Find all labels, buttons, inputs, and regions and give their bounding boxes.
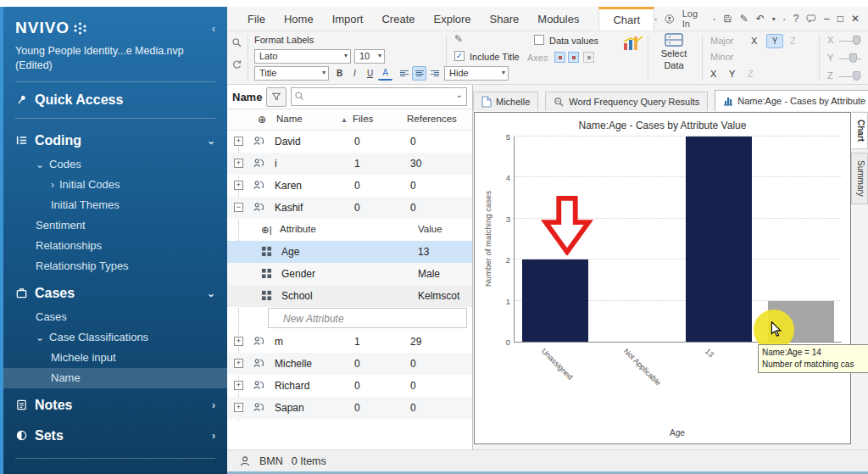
hide-select[interactable]: Hide▾ bbox=[444, 66, 509, 81]
rotate-z-slider-handle[interactable] bbox=[853, 71, 860, 81]
axes-toggle-z[interactable] bbox=[583, 52, 594, 63]
sidebar-item-notes[interactable]: Notes› bbox=[3, 392, 227, 419]
font-size-select[interactable]: 10▾ bbox=[354, 49, 385, 64]
align-right-button[interactable] bbox=[427, 66, 442, 81]
sidebar-item-cases[interactable]: Cases⌄ bbox=[3, 280, 227, 307]
menu-file[interactable]: File bbox=[227, 7, 275, 31]
expander-icon[interactable]: + bbox=[234, 181, 243, 190]
sidebar-item-cases[interactable]: Cases bbox=[3, 307, 227, 327]
label-target-select[interactable]: Title▾ bbox=[254, 66, 329, 81]
case-row-sapan[interactable]: +Sapan00 bbox=[227, 397, 472, 419]
sidebar-item-codes[interactable]: ⌄Codes bbox=[3, 154, 227, 175]
chevron-down-icon[interactable]: ▾ bbox=[772, 15, 776, 23]
expander-icon[interactable]: + bbox=[234, 403, 243, 412]
expander-icon[interactable]: + bbox=[234, 137, 243, 146]
case-row-richard[interactable]: +Richard00 bbox=[227, 375, 472, 397]
tab-summary[interactable]: Summary bbox=[851, 153, 868, 204]
close-button[interactable]: ✕ bbox=[851, 13, 860, 25]
account-icon[interactable] bbox=[665, 14, 675, 25]
minor-y-button[interactable]: Y bbox=[729, 69, 735, 79]
sidebar-item-relationship-types[interactable]: Relationship Types bbox=[3, 256, 227, 276]
sidebar-item-michele-input[interactable]: Michele input bbox=[3, 348, 227, 368]
axes-toggle-y[interactable] bbox=[568, 52, 579, 63]
tab-chart[interactable]: Chart bbox=[851, 112, 868, 149]
menu-modules[interactable]: Modules bbox=[528, 7, 588, 31]
menu-import[interactable]: Import bbox=[323, 7, 373, 31]
case-row-karen[interactable]: +Karen00 bbox=[227, 175, 472, 197]
search-icon[interactable] bbox=[231, 37, 242, 48]
expander-icon[interactable]: + bbox=[234, 337, 243, 346]
case-row-david[interactable]: +David00 bbox=[227, 131, 472, 153]
sidebar-item-coding[interactable]: Coding⌄ bbox=[3, 127, 227, 154]
align-center-button[interactable] bbox=[412, 66, 426, 81]
underline-button[interactable]: U bbox=[363, 66, 377, 81]
doc-tab-word-frequency[interactable]: Word Frequency Query Results bbox=[545, 92, 708, 111]
chart-style-icon[interactable] bbox=[622, 35, 644, 52]
column-files[interactable]: Files bbox=[353, 114, 373, 124]
circle-plus-icon[interactable]: ⊕| bbox=[261, 224, 272, 236]
sidebar-item-initial-codes[interactable]: ›Initial Codes bbox=[3, 175, 227, 195]
case-row-michelle[interactable]: +Michelle00 bbox=[227, 353, 472, 375]
align-left-button[interactable] bbox=[397, 66, 411, 81]
maximize-button[interactable]: □ bbox=[837, 13, 843, 25]
italic-button[interactable]: I bbox=[348, 66, 362, 81]
log-in-button[interactable]: Log In bbox=[682, 8, 705, 29]
chart-bar-unassigned[interactable] bbox=[522, 259, 588, 342]
refresh-icon[interactable] bbox=[231, 59, 242, 70]
expander-icon[interactable]: + bbox=[234, 359, 243, 368]
font-family-select[interactable]: Lato▾ bbox=[254, 49, 351, 64]
menu-create[interactable]: Create bbox=[372, 7, 424, 31]
sidebar-item-quick-access[interactable]: Quick Access bbox=[3, 91, 227, 109]
case-row-m[interactable]: +m129 bbox=[227, 331, 472, 353]
menu-home[interactable]: Home bbox=[275, 7, 323, 31]
chevron-down-icon[interactable]: ⌄ bbox=[456, 90, 463, 99]
sidebar-item-name[interactable]: Name bbox=[3, 368, 227, 388]
data-values-checkbox[interactable] bbox=[534, 35, 544, 45]
edit-icon[interactable]: ✎ bbox=[740, 13, 748, 25]
menu-tab-chart[interactable]: Chart bbox=[598, 7, 654, 31]
circle-plus-icon[interactable]: ⊕ bbox=[258, 114, 266, 125]
column-references[interactable]: References bbox=[407, 114, 457, 124]
sidebar-item-case-classifications[interactable]: ⌄Case Classifications bbox=[3, 327, 227, 348]
attribute-row-age[interactable]: Age13 bbox=[227, 241, 472, 263]
sidebar-collapse-icon[interactable]: ‹ bbox=[212, 22, 215, 35]
menu-share[interactable]: Share bbox=[481, 7, 529, 31]
menu-explore[interactable]: Explore bbox=[425, 7, 481, 31]
edit-chart-icon[interactable]: ✎ bbox=[454, 33, 463, 45]
feedback-icon[interactable] bbox=[806, 14, 816, 24]
major-y-button[interactable]: Y bbox=[766, 34, 783, 48]
font-color-button[interactable]: A bbox=[378, 66, 392, 81]
sidebar-item-initial-themes[interactable]: Initial Themes bbox=[3, 195, 227, 215]
sidebar-item-sets[interactable]: Sets› bbox=[3, 422, 227, 449]
expander-icon[interactable]: + bbox=[234, 381, 243, 390]
select-data-button[interactable]: SelectData bbox=[651, 33, 697, 72]
axes-toggle-x[interactable] bbox=[554, 52, 565, 63]
doc-tab-michelle[interactable]: Michelle bbox=[473, 92, 538, 111]
expander-icon[interactable]: + bbox=[234, 159, 243, 168]
doc-tab-chart[interactable]: Name:Age - Cases by Attribute Value ✕ bbox=[715, 90, 868, 111]
column-name[interactable]: Name bbox=[276, 114, 303, 124]
rotate-y-slider-handle[interactable] bbox=[849, 53, 857, 63]
include-title-checkbox[interactable]: ✓ bbox=[454, 51, 465, 61]
save-icon[interactable] bbox=[723, 14, 732, 24]
sidebar-item-relationships[interactable]: Relationships bbox=[3, 236, 227, 256]
bold-button[interactable]: B bbox=[332, 66, 347, 81]
rotate-x-slider-handle[interactable] bbox=[853, 36, 860, 45]
case-row-kashif[interactable]: −Kashif00 bbox=[227, 197, 472, 219]
undo-icon[interactable]: ↶ bbox=[756, 13, 765, 25]
attribute-row-school[interactable]: SchoolKelmscot bbox=[227, 285, 472, 307]
minor-x-button[interactable]: X bbox=[710, 69, 716, 79]
sidebar-item-explore[interactable]: EXPLORE bbox=[3, 467, 227, 474]
help-icon[interactable]: ? bbox=[793, 13, 799, 25]
expander-icon[interactable]: − bbox=[234, 203, 243, 212]
major-z-button[interactable]: Z bbox=[790, 36, 796, 46]
major-x-button[interactable]: X bbox=[751, 36, 757, 46]
chart-bar-13[interactable] bbox=[686, 137, 752, 342]
minimize-button[interactable]: – bbox=[824, 13, 830, 25]
sidebar-item-sentiment[interactable]: Sentiment bbox=[3, 215, 227, 236]
case-row-i[interactable]: +i130 bbox=[227, 153, 472, 175]
minor-z-button[interactable]: Z bbox=[748, 69, 754, 79]
search-input[interactable] bbox=[309, 89, 451, 104]
filter-button[interactable] bbox=[266, 87, 287, 107]
attribute-row-gender[interactable]: GenderMale bbox=[227, 263, 472, 285]
